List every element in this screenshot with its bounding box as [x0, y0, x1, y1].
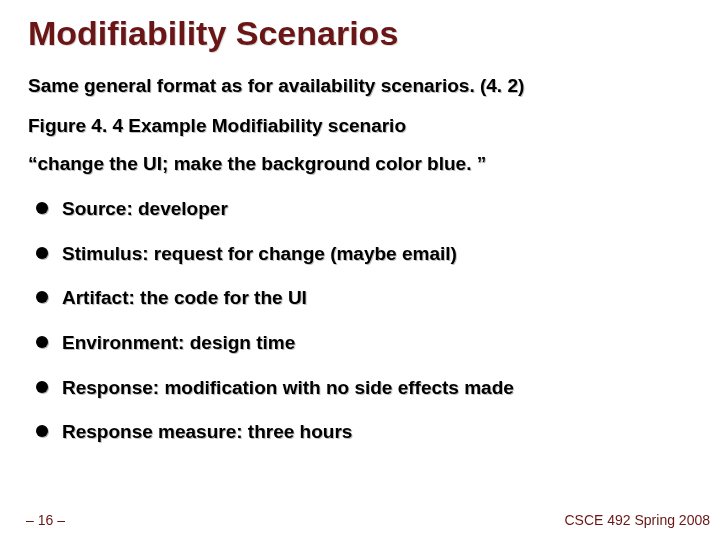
- quote-text: “change the UI; make the background colo…: [28, 153, 692, 175]
- list-item: Response measure: three hours: [32, 420, 692, 445]
- page-number: – 16 –: [26, 512, 65, 528]
- slide: Modifiability Scenarios Same general for…: [0, 0, 720, 540]
- bullet-list: Source: developer Stimulus: request for …: [28, 197, 692, 445]
- list-item: Environment: design time: [32, 331, 692, 356]
- intro-text: Same general format as for availability …: [28, 75, 692, 97]
- list-item: Source: developer: [32, 197, 692, 222]
- list-item: Stimulus: request for change (maybe emai…: [32, 242, 692, 267]
- footer: – 16 – CSCE 492 Spring 2008: [0, 508, 720, 528]
- figure-caption: Figure 4. 4 Example Modifiability scenar…: [28, 115, 692, 137]
- slide-title: Modifiability Scenarios: [28, 14, 692, 53]
- course-label: CSCE 492 Spring 2008: [564, 512, 710, 528]
- list-item: Response: modification with no side effe…: [32, 376, 692, 401]
- list-item: Artifact: the code for the UI: [32, 286, 692, 311]
